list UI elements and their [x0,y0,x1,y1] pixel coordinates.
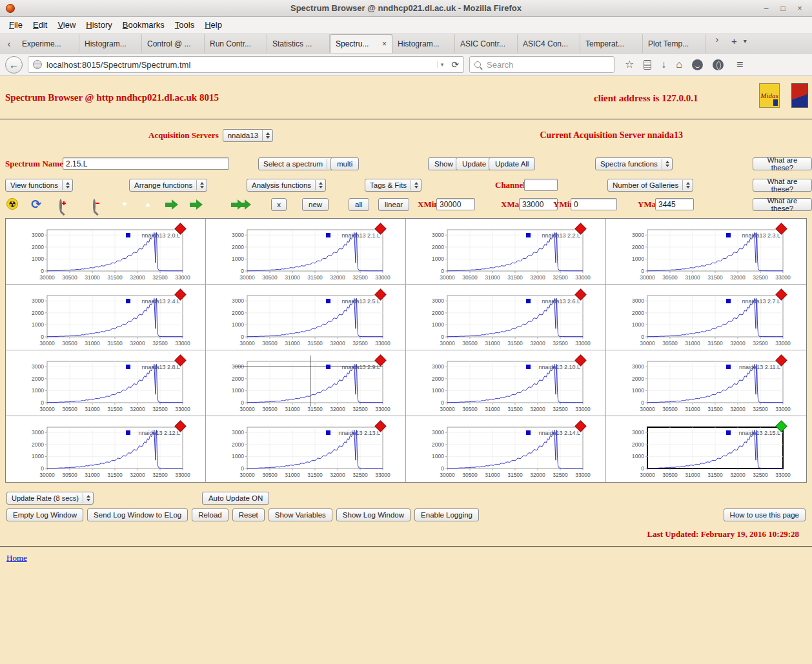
spectrum-name-input[interactable] [63,157,229,170]
xmin-input[interactable] [436,198,475,210]
minimize-button[interactable]: – [762,4,771,13]
maximize-button[interactable]: □ [778,4,787,13]
spectrum-gallery-cell[interactable]: 0100020003000300003050031000315003200032… [406,416,606,482]
how-to-use-button[interactable]: How to use this page [724,508,806,521]
spectrum-gallery-cell[interactable]: 0100020003000300003050031000315003200032… [206,350,406,416]
spectrum-gallery-cell[interactable]: 0100020003000300003050031000315003200032… [6,350,206,416]
show-variables-button[interactable]: Show Variables [269,508,332,521]
acquisition-server-select[interactable]: nnaida13 [223,129,273,142]
tab-asic4-con[interactable]: ASIC4 Con... [518,34,580,53]
tab-scroll-right-icon[interactable]: › [709,34,725,48]
tab-histogram[interactable]: Histogram... [392,34,455,53]
search-field[interactable] [469,56,614,73]
mini-spectrum-plot[interactable]: 0100020003000300003050031000315003200032… [208,288,402,350]
tab-close-icon[interactable]: × [382,39,387,48]
new-button[interactable]: new [302,198,329,211]
tab-histogram[interactable]: Histogram... [79,34,142,53]
menu-icon[interactable]: ≡ [736,58,744,72]
channel-input[interactable] [524,179,558,191]
tab-run-contr[interactable]: Run Contr... [205,34,267,53]
tab-statistics[interactable]: Statistics ... [267,34,330,53]
home-icon[interactable]: ⌂ [676,59,682,70]
mini-spectrum-plot[interactable]: 0100020003000300003050031000315003200032… [208,354,402,416]
select-a-spectrum-select[interactable]: Select a spectrum [258,157,338,170]
menu-tools[interactable]: Tools [170,18,199,32]
show-button[interactable]: Show [428,157,460,170]
arrange-functions-select[interactable]: Arrange functions [129,179,207,192]
what-are-these-button[interactable]: What are these? [753,157,812,170]
enable-logging-button[interactable]: Enable Logging [414,508,479,521]
what-are-these-button[interactable]: What are these? [753,198,812,211]
menu-history[interactable]: History [81,18,117,32]
spectrum-gallery-cell[interactable]: 0100020003000300003050031000315003200032… [606,285,806,350]
mini-spectrum-plot[interactable]: 0100020003000300003050031000315003200032… [409,354,602,416]
menu-file[interactable]: File [4,18,28,32]
tab-scroll-left-icon[interactable]: ‹ [1,38,17,53]
show-log-window-button[interactable]: Show Log Window [336,508,411,521]
view-functions-select[interactable]: View functions [5,179,73,192]
mini-spectrum-plot[interactable]: 0100020003000300003050031000315003200032… [208,222,402,284]
tab-spectru[interactable]: Spectru...× [330,34,392,53]
radiation-icon[interactable]: ☢ [6,198,18,210]
new-tab-button[interactable]: + [731,35,737,46]
mini-spectrum-plot[interactable]: 0100020003000300003050031000315003200032… [8,354,202,416]
zoom-in-icon[interactable] [59,199,62,212]
update-button[interactable]: Update [456,157,492,170]
all-button[interactable]: all [349,198,369,211]
ymax-input[interactable] [655,198,694,210]
spectrum-gallery-cell[interactable]: 0100020003000300003050031000315003200032… [406,219,606,285]
tab-control[interactable]: Control @ ... [142,34,205,53]
reload-button[interactable]: Reload [192,508,228,521]
tab-list-icon[interactable]: ▾ [744,37,747,45]
spectrum-gallery-cell[interactable]: 0100020003000300003050031000315003200032… [606,350,806,416]
spectrum-gallery-cell[interactable]: 0100020003000300003050031000315003200032… [6,416,206,482]
home-link[interactable]: Home [6,553,27,563]
mini-spectrum-plot[interactable]: 0100020003000300003050031000315003200032… [609,222,802,284]
mini-spectrum-plot[interactable]: 0100020003000300003050031000315003200032… [8,288,202,350]
back-button[interactable]: ← [5,56,23,74]
spectrum-gallery-cell[interactable]: 0100020003000300003050031000315003200032… [6,219,206,285]
downloads-icon[interactable]: ↓ [661,59,666,70]
bookmarks-menu-icon[interactable] [644,60,651,70]
menu-help[interactable]: Help [199,18,227,32]
mini-spectrum-plot[interactable]: 0100020003000300003050031000315003200032… [609,288,802,350]
globe-apps-icon[interactable] [713,59,724,70]
spectrum-gallery-cell[interactable]: 0100020003000300003050031000315003200032… [6,285,206,350]
tab-experime[interactable]: Experime... [17,34,79,53]
close-button[interactable]: × [795,4,804,13]
mini-spectrum-plot[interactable]: 0100020003000300003050031000315003200032… [409,419,602,481]
auto-update-button[interactable]: Auto Update ON [202,492,269,505]
site-identity-icon[interactable] [33,60,42,69]
menu-view[interactable]: View [52,18,81,32]
spectrum-gallery-cell[interactable]: 0100020003000300003050031000315003200032… [406,285,606,350]
spectrum-gallery-cell[interactable]: 0100020003000300003050031000315003200032… [206,285,406,350]
number-of-galleries-select[interactable]: Number of Galleries [607,179,693,192]
spectrum-gallery-cell[interactable]: 0100020003000300003050031000315003200032… [606,416,806,482]
spectrum-gallery-cell[interactable]: 0100020003000300003050031000315003200032… [606,219,806,285]
url-dropdown-icon[interactable]: ▾ [437,61,447,68]
empty-log-window-button[interactable]: Empty Log Window [6,508,83,521]
mini-spectrum-plot[interactable]: 0100020003000300003050031000315003200032… [609,419,802,481]
zoom-out-icon[interactable] [93,199,96,212]
spectra-functions-select[interactable]: Spectra functions [595,157,673,170]
url-text[interactable]: localhost:8015/Spectrum/Spectrum.tml [46,60,432,70]
spectrum-gallery-cell[interactable]: 0100020003000300003050031000315003200032… [206,219,406,285]
mini-spectrum-plot[interactable]: 0100020003000300003050031000315003200032… [8,222,202,284]
spectrum-gallery-cell[interactable]: 0100020003000300003050031000315003200032… [206,416,406,482]
tab-plot-temp[interactable]: Plot Temp... [643,34,705,53]
linear-button[interactable]: linear [378,198,409,211]
multi-button[interactable]: multi [330,157,359,170]
x-button[interactable]: x [271,198,287,211]
analysis-functions-select[interactable]: Analysis functions [247,179,326,192]
url-field[interactable]: localhost:8015/Spectrum/Spectrum.tml ▾ ⟳ [28,56,464,73]
menu-edit[interactable]: Edit [28,18,52,32]
send-log-window-to-elog-button[interactable]: Send Log Window to ELog [87,508,188,521]
mini-spectrum-plot[interactable]: 0100020003000300003050031000315003200032… [409,222,602,284]
update-rate-select[interactable]: Update Rate (8 secs) [6,492,94,505]
spectrum-gallery-cell[interactable]: 0100020003000300003050031000315003200032… [406,350,606,416]
mini-spectrum-plot[interactable]: 0100020003000300003050031000315003200032… [409,288,602,350]
update-all-button[interactable]: Update All [489,157,535,170]
refresh-spectra-icon[interactable]: ⟳ [31,198,41,210]
reset-button[interactable]: Reset [232,508,265,521]
hello-chat-icon[interactable] [692,59,703,70]
